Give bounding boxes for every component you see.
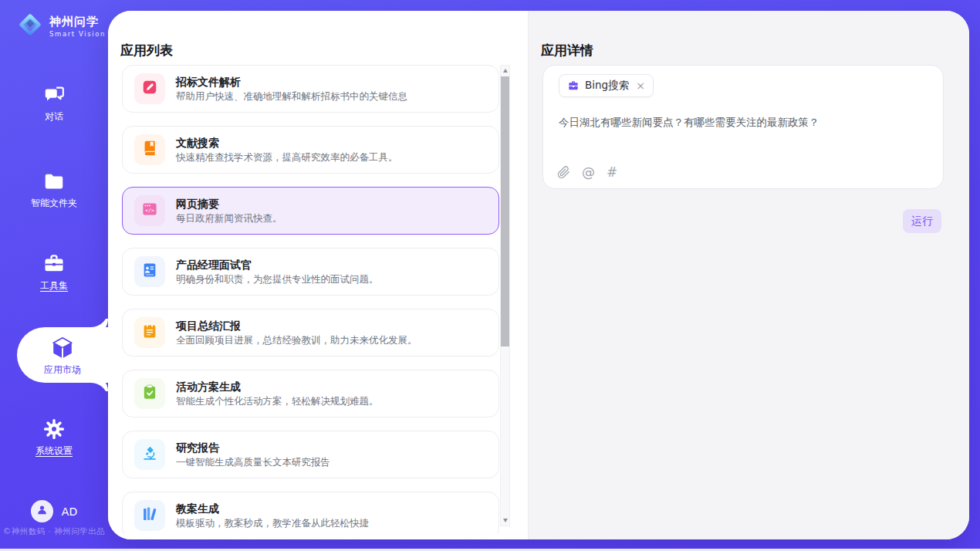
- chat-icon: [42, 83, 66, 106]
- sidebar-item-label: 工具集: [40, 281, 68, 291]
- sidebar-item-toolset[interactable]: 工具集: [0, 252, 108, 291]
- app-card-desc: 每日政府新闻资讯快查。: [176, 213, 282, 224]
- close-icon[interactable]: ×: [636, 80, 645, 91]
- app-card-title: 文献搜索: [176, 137, 398, 149]
- brand-subtitle: Smart Vision: [49, 30, 106, 38]
- app-card-desc: 帮助用户快速、准确地理解和解析招标书中的关键信息: [176, 91, 407, 102]
- app-card-lesson-plan[interactable]: 教案生成 模板驱动，教案秒成，教学准备从此轻松快捷: [122, 492, 499, 534]
- app-card-title: 产品经理面试官: [176, 259, 379, 271]
- sidebar-item-system-settings[interactable]: 系统设置: [0, 417, 108, 456]
- chip-close-slot[interactable]: ×: [636, 80, 645, 91]
- brand-diamond-icon: [15, 10, 45, 42]
- user-initials: AD: [62, 505, 77, 518]
- scroll-down-icon[interactable]: [501, 516, 509, 526]
- avatar: [31, 500, 53, 522]
- app-card-title: 网页摘要: [176, 198, 282, 210]
- brand-name: 神州问学: [49, 15, 106, 29]
- sidebar-item-label: 应用市场: [44, 365, 81, 375]
- app-card-title: 招标文件解析: [176, 76, 407, 88]
- book-icon: [141, 140, 158, 160]
- user-menu[interactable]: AD: [0, 500, 108, 522]
- app-card-literature-search[interactable]: 文献搜索 快速精准查找学术资源，提高研究效率的必备工具。: [122, 126, 499, 174]
- prompt-input-card: Bing搜索 × 今日湖北有哪些新闻要点？有哪些需要关注的最新政策？ @#: [542, 65, 944, 189]
- notepad-icon: [141, 323, 158, 343]
- main-panel: 应用列表 招标文件解析 帮助用户快速、准确地理解和解析招标书中的关键信息 文献搜…: [108, 11, 969, 539]
- chip-icon-slot: [567, 79, 580, 92]
- list-scrollbar[interactable]: [500, 65, 510, 526]
- app-card-desc: 快速精准查找学术资源，提高研究效率的必备工具。: [176, 152, 398, 163]
- app-detail-title: 应用详情: [541, 42, 593, 59]
- browser-code-icon: </>: [141, 201, 158, 221]
- app-card-bid-doc-analysis[interactable]: 招标文件解析 帮助用户快速、准确地理解和解析招标书中的关键信息: [122, 65, 499, 113]
- app-card-web-summary[interactable]: </> 网页摘要 每日政府新闻资讯快查。: [122, 187, 499, 235]
- sidebar-item-smart-folders[interactable]: 智能文件夹: [0, 170, 108, 208]
- app-card-event-plan[interactable]: 活动方案生成 智能生成个性化活动方案，轻松解决规划难题。: [122, 370, 499, 417]
- sidebar-item-label: 智能文件夹: [31, 198, 77, 208]
- cube-icon: [49, 335, 76, 361]
- app-card-project-summary[interactable]: 项目总结汇报 全面回顾项目进展，总结经验教训，助力未来优化发展。: [122, 309, 499, 357]
- app-card-desc: 一键智能生成高质量长文本研究报告: [176, 457, 330, 468]
- app-card-desc: 智能生成个性化活动方案，轻松解决规划难题。: [176, 396, 379, 407]
- app-card-list: 招标文件解析 帮助用户快速、准确地理解和解析招标书中的关键信息 文献搜索 快速精…: [122, 65, 499, 534]
- sidebar: 神州问学 Smart Vision 对话 智能文件夹 工具集 应用市场 系统设置…: [0, 0, 108, 551]
- app-card-pm-interviewer[interactable]: 产品经理面试官 明确身份和职责，为您提供专业性的面试问题。: [122, 248, 499, 296]
- app-card-desc: 模板驱动，教案秒成，教学准备从此轻松快捷: [176, 518, 369, 529]
- hashtag-icon[interactable]: #: [607, 166, 617, 179]
- sidebar-item-label: 系统设置: [35, 446, 73, 456]
- microscope-icon: [141, 445, 158, 465]
- user-avatar-icon: [36, 504, 48, 519]
- clipboard-check-icon: [141, 384, 158, 404]
- app-list-panel: 应用列表 招标文件解析 帮助用户快速、准确地理解和解析招标书中的关键信息 文献搜…: [108, 11, 528, 539]
- toolbox-icon: [42, 252, 66, 276]
- mention-icon[interactable]: @: [582, 166, 595, 179]
- briefcase-icon: [567, 79, 580, 92]
- tool-chip-label: Bing搜索: [585, 79, 629, 93]
- tool-chip-bing-search[interactable]: Bing搜索 ×: [559, 74, 654, 97]
- query-input[interactable]: 今日湖北有哪些新闻要点？有哪些需要关注的最新政策？: [559, 115, 928, 130]
- scrollbar-thumb[interactable]: [501, 76, 509, 346]
- app-detail-panel: 应用详情 Bing搜索 × 今日湖北有哪些新闻要点？有哪些需要关注的最新政策？ …: [528, 11, 969, 539]
- run-button[interactable]: 运行: [903, 209, 941, 233]
- app-card-research-report[interactable]: 研究报告 一键智能生成高质量长文本研究报告: [122, 431, 499, 478]
- app-card-desc: 全面回顾项目进展，总结经验教训，助力未来优化发展。: [176, 335, 417, 346]
- sidebar-item-label: 对话: [45, 112, 63, 122]
- composer-toolbar: @#: [557, 166, 617, 179]
- brand-logo: 神州问学 Smart Vision: [15, 10, 106, 42]
- sidebar-footer: ©神州数码 · 神州问学出品: [0, 526, 108, 537]
- app-card-title: 教案生成: [176, 503, 369, 515]
- app-list-title: 应用列表: [120, 42, 173, 59]
- app-card-title: 活动方案生成: [176, 381, 379, 393]
- books-icon: [141, 505, 158, 526]
- gear-icon: [42, 417, 66, 441]
- edit-doc-icon: [141, 79, 158, 99]
- app-card-desc: 明确身份和职责，为您提供专业性的面试问题。: [176, 274, 379, 285]
- sidebar-item-chat[interactable]: 对话: [0, 83, 108, 122]
- app-root: { "brand": { "name": "神州问学", "subtitle":…: [0, 0, 980, 551]
- attachment-icon[interactable]: [557, 166, 570, 179]
- app-card-title: 研究报告: [176, 442, 330, 454]
- person-doc-icon: [141, 262, 158, 282]
- svg-text:</>: </>: [145, 208, 154, 214]
- scroll-up-icon[interactable]: [501, 66, 509, 76]
- folder-icon: [42, 170, 66, 193]
- sidebar-item-app-market[interactable]: 应用市场: [17, 327, 108, 383]
- app-card-title: 项目总结汇报: [176, 320, 417, 332]
